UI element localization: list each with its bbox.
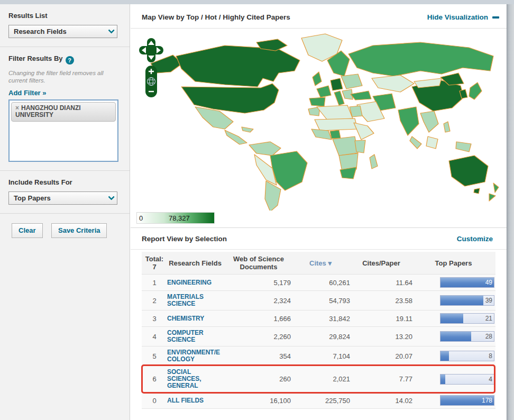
hide-visualization-link[interactable]: Hide Visualization [427, 13, 499, 21]
top-papers-bar-fill [440, 296, 483, 305]
top-papers-cell: 8 [412, 351, 495, 361]
documents-cell: 2,324 [226, 297, 291, 305]
main-panel: Map View by Top / Hot / Highly Cited Pap… [131, 4, 507, 420]
top-papers-bar-value: 28 [485, 333, 492, 340]
map-region-new-zealand [489, 183, 499, 201]
sidebar-buttons: Clear Save Criteria [0, 214, 130, 238]
research-field-link[interactable]: ENVIRONMENT/ECOLOGY [167, 349, 220, 363]
clear-button[interactable]: Clear [12, 223, 43, 238]
include-results-selected-value: Top Papers [14, 194, 51, 202]
map-region-west-africa [311, 129, 332, 140]
hide-visualization-label: Hide Visualization [427, 13, 488, 21]
include-results-heading: Include Results For [8, 178, 121, 186]
top-papers-cell: 28 [412, 331, 495, 342]
top-papers-bar-value: 8 [489, 352, 492, 360]
report-table-body: 1 ENGINEERING 5,179 60,261 11.64 49 2 MA… [142, 274, 495, 409]
map-region-argentina [265, 181, 281, 211]
cites-cell: 2,021 [291, 375, 350, 383]
top-papers-bar[interactable]: 39 [440, 295, 494, 306]
map-region-madagascar [370, 154, 378, 169]
cites-cell: 31,842 [291, 315, 350, 323]
map-controls [139, 38, 163, 99]
cites-cell: 54,793 [291, 297, 350, 305]
results-list-section: Results List Research Fields [0, 4, 130, 47]
map-region-central-america [225, 130, 247, 144]
top-papers-cell: 178 [412, 395, 495, 406]
results-list-heading: Results List [8, 12, 121, 20]
total-header: Total: 7 [142, 255, 167, 271]
rank-cell: 5 [142, 352, 167, 360]
map-region-horn-africa [354, 123, 374, 140]
map-region-central-asia [372, 75, 414, 92]
world-map[interactable] [145, 31, 502, 211]
table-row: 5 ENVIRONMENT/ECOLOGY 354 7,104 20.07 8 [142, 346, 495, 366]
chevron-down-icon [108, 27, 115, 34]
top-papers-bar-fill [440, 314, 463, 323]
top-papers-bar[interactable]: 178 [440, 395, 494, 406]
top-papers-bar[interactable]: 28 [440, 331, 494, 342]
right-scroll-strip[interactable] [507, 4, 514, 420]
total-value: 7 [142, 263, 167, 271]
map-region-new-guinea [456, 142, 471, 152]
documents-cell: 5,179 [226, 279, 291, 287]
cites-per-paper-cell: 13.20 [350, 333, 412, 341]
cites-per-paper-cell: 23.58 [350, 297, 412, 305]
results-list-select[interactable]: Research Fields [8, 25, 117, 38]
top-papers-cell: 49 [412, 277, 495, 288]
column-header-cites-per-paper[interactable]: Cites/Paper [350, 259, 412, 267]
filter-heading-label: Filter Results By [8, 54, 63, 62]
documents-cell: 354 [226, 352, 291, 360]
cites-cell: 225,750 [291, 397, 350, 405]
minus-icon [492, 16, 499, 19]
filter-chip[interactable]: ×HANGZHOU DIANZI UNIVERSITY [11, 102, 116, 122]
column-header-top-papers[interactable]: Top Papers [412, 259, 495, 267]
top-papers-bar[interactable]: 49 [440, 277, 494, 288]
table-row: 1 ENGINEERING 5,179 60,261 11.64 49 [142, 274, 495, 290]
table-row: 2 MATERIALS SCIENCE 2,324 54,793 23.58 3… [142, 290, 495, 310]
column-header-cites[interactable]: Cites ▾ [291, 259, 350, 267]
zoom-control [145, 66, 157, 97]
report-table: Total: 7 Research Fields Web of Science … [142, 252, 495, 409]
map-region-tasmania [474, 188, 480, 194]
top-papers-bar-fill [440, 332, 471, 341]
map-region-germany [331, 78, 343, 90]
research-field-link[interactable]: ALL FIELDS [167, 397, 204, 404]
map-region-spain [309, 97, 325, 106]
top-papers-bar[interactable]: 8 [440, 351, 494, 361]
column-header-wos-documents[interactable]: Web of Science Documents [226, 255, 291, 271]
map-region-uk [313, 72, 322, 86]
documents-cell: 260 [226, 375, 291, 383]
chevron-down-icon [108, 194, 115, 200]
research-field-link[interactable]: SOCIAL SCIENCES, GENERAL [167, 368, 201, 389]
research-field-link[interactable]: COMPUTER SCIENCE [167, 329, 204, 343]
include-results-select[interactable]: Top Papers [8, 191, 117, 205]
map-region-japan [469, 83, 482, 99]
map-color-legend: 0 78,327 [136, 212, 215, 224]
cites-per-paper-cell: 20.07 [350, 352, 412, 360]
customize-link[interactable]: Customize [457, 235, 493, 243]
top-papers-bar[interactable]: 4 [440, 374, 494, 385]
remove-filter-icon[interactable]: × [15, 104, 19, 112]
research-field-link[interactable]: ENGINEERING [167, 279, 212, 286]
save-criteria-button[interactable]: Save Criteria [51, 223, 107, 238]
map-region-usa [181, 84, 279, 113]
map-region-east-africa [355, 140, 365, 153]
help-icon[interactable]: ? [66, 56, 74, 65]
map-region-north-south-america [249, 142, 281, 156]
legend-max-value: 78,327 [169, 214, 190, 222]
cites-cell: 7,104 [291, 352, 350, 360]
filter-list-box: ×HANGZHOU DIANZI UNIVERSITY [8, 99, 118, 162]
research-field-link[interactable]: CHEMISTRY [167, 315, 204, 322]
cites-per-paper-cell: 11.64 [350, 279, 412, 287]
report-view-header: Report View by Selection Customize [131, 227, 507, 250]
top-papers-bar[interactable]: 21 [440, 313, 494, 324]
column-header-research-fields[interactable]: Research Fields [167, 259, 226, 267]
rank-cell: 6 [142, 375, 167, 383]
research-field-link[interactable]: MATERIALS SCIENCE [167, 293, 204, 307]
map-region-sumatra [410, 136, 421, 149]
add-filter-link[interactable]: Add Filter » [8, 89, 47, 97]
top-papers-bar-value: 39 [485, 297, 492, 304]
map-region-australia [449, 156, 488, 186]
top-papers-bar-value: 178 [482, 397, 492, 404]
map-region-borneo [426, 136, 438, 149]
